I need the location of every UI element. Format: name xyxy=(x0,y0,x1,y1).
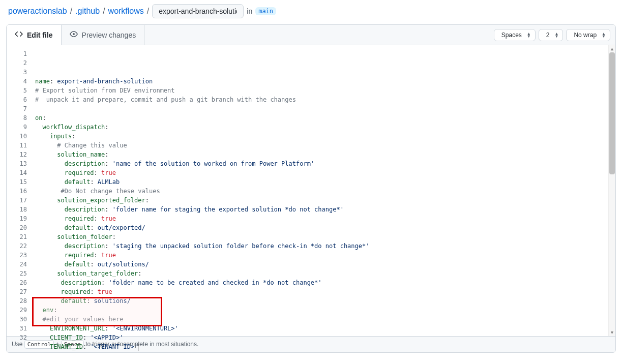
wrap-mode-value: No wrap xyxy=(574,32,597,39)
code-line[interactable] xyxy=(35,104,615,113)
code-line[interactable]: default: out/solutions/ xyxy=(35,260,615,269)
code-line[interactable]: inputs: xyxy=(35,132,615,141)
code-line[interactable]: required: true xyxy=(35,214,615,223)
code-line[interactable]: CLIENT_ID: '<APPID>' xyxy=(35,333,615,342)
tab-preview-changes[interactable]: Preview changes xyxy=(62,25,145,45)
line-number: 1 xyxy=(7,49,27,58)
breadcrumb-separator: / xyxy=(103,7,105,16)
breadcrumb: poweractionslab / .github / workflows / … xyxy=(0,0,622,24)
chevron-updown-icon: ▲▼ xyxy=(554,33,558,38)
code-line[interactable]: solution_exported_folder: xyxy=(35,196,615,205)
line-number: 20 xyxy=(7,223,27,232)
wrap-mode-select[interactable]: No wrap ▲▼ xyxy=(566,29,610,41)
breadcrumb-separator: / xyxy=(70,7,72,16)
code-line[interactable]: description: 'folder name to be created … xyxy=(35,278,615,287)
indent-mode-select[interactable]: Spaces ▲▼ xyxy=(494,29,536,41)
code-icon xyxy=(15,30,23,40)
line-number: 17 xyxy=(7,196,27,205)
tab-preview-label: Preview changes xyxy=(82,31,136,39)
indent-size-select[interactable]: 2 ▲▼ xyxy=(539,29,564,41)
code-line[interactable]: env: xyxy=(35,306,615,315)
code-line[interactable]: required: true xyxy=(35,287,615,296)
breadcrumb-github-link[interactable]: .github xyxy=(75,7,100,16)
line-number: 12 xyxy=(7,150,27,159)
line-numbers-gutter: 1234567891011121314151617181920212223242… xyxy=(7,45,31,336)
line-number: 10 xyxy=(7,132,27,141)
line-number: 11 xyxy=(7,141,27,150)
code-line[interactable]: default: out/exported/ xyxy=(35,223,615,232)
code-line[interactable]: solution_target_folder: xyxy=(35,269,615,278)
indent-size-value: 2 xyxy=(546,32,550,39)
code-line[interactable]: workflow_dispatch: xyxy=(35,123,615,132)
code-line[interactable] xyxy=(35,351,615,353)
code-line[interactable]: # Change this value xyxy=(35,141,615,150)
breadcrumb-separator: / xyxy=(147,7,149,16)
code-line[interactable]: description: 'name of the solution to wo… xyxy=(35,159,615,168)
indent-mode-value: Spaces xyxy=(501,32,522,39)
line-number: 24 xyxy=(7,260,27,269)
line-number: 16 xyxy=(7,187,27,196)
line-number: 28 xyxy=(7,296,27,306)
in-label: in xyxy=(247,7,252,15)
breadcrumb-workflows-link[interactable]: workflows xyxy=(108,7,144,16)
line-number: 30 xyxy=(7,315,27,324)
line-number: 4 xyxy=(7,77,27,86)
code-line[interactable]: required: true xyxy=(35,251,615,260)
line-number: 2 xyxy=(7,58,27,68)
line-number: 22 xyxy=(7,241,27,251)
code-line[interactable]: default: ALMLab xyxy=(35,177,615,187)
code-line[interactable]: required: true xyxy=(35,168,615,177)
line-number: 3 xyxy=(7,68,27,77)
line-number: 5 xyxy=(7,86,27,95)
code-editor[interactable]: 1234567891011121314151617181920212223242… xyxy=(7,45,615,336)
line-number: 26 xyxy=(7,278,27,287)
code-line[interactable]: # unpack it and prepare, commit and push… xyxy=(35,95,615,104)
tab-bar: Edit file Preview changes Spaces ▲▼ 2 ▲▼… xyxy=(7,25,615,45)
text-cursor xyxy=(138,344,138,351)
line-number: 29 xyxy=(7,306,27,315)
code-line[interactable]: #Do Not change these values xyxy=(35,187,615,196)
editor-toolbar: Spaces ▲▼ 2 ▲▼ No wrap ▲▼ xyxy=(494,29,615,41)
line-number: 25 xyxy=(7,269,27,278)
tab-edit-file[interactable]: Edit file xyxy=(7,25,62,45)
branch-badge[interactable]: main xyxy=(255,7,276,15)
code-line[interactable]: # Export solution from DEV environment xyxy=(35,86,615,95)
tab-edit-label: Edit file xyxy=(27,31,53,39)
code-line[interactable]: default: solutions/ xyxy=(35,296,615,306)
code-line[interactable]: name: export-and-branch-solution xyxy=(35,77,615,86)
line-number: 31 xyxy=(7,324,27,333)
scrollbar-vertical[interactable]: ▲ ▼ xyxy=(608,45,615,336)
filename-input[interactable] xyxy=(152,4,244,18)
line-number: 32 xyxy=(7,333,27,342)
line-number: 18 xyxy=(7,205,27,214)
line-number: 14 xyxy=(7,168,27,177)
line-number: 13 xyxy=(7,159,27,168)
chevron-updown-icon: ▲▼ xyxy=(602,33,606,38)
code-body[interactable]: name: export-and-branch-solution# Export… xyxy=(31,45,615,336)
scroll-up-arrow-icon[interactable]: ▲ xyxy=(609,45,615,52)
code-line[interactable]: on: xyxy=(35,113,615,123)
line-number: 19 xyxy=(7,214,27,223)
code-line[interactable]: solution_folder: xyxy=(35,232,615,241)
eye-icon xyxy=(70,30,78,40)
code-line[interactable]: description: 'folder name for staging th… xyxy=(35,205,615,214)
code-line[interactable]: TENANT_ID: '<TENANT ID>' xyxy=(35,342,615,351)
line-number: 7 xyxy=(7,104,27,113)
breadcrumb-repo-link[interactable]: poweractionslab xyxy=(8,7,67,16)
line-number: 8 xyxy=(7,113,27,123)
code-line[interactable]: solution_name: xyxy=(35,150,615,159)
line-number: 6 xyxy=(7,95,27,104)
scrollbar-thumb[interactable] xyxy=(609,52,615,174)
code-line[interactable]: #edit your values here xyxy=(35,315,615,324)
code-line[interactable]: ENVIRONMENT_URL: '<ENVIRONMENTURL>' xyxy=(35,324,615,333)
line-number: 15 xyxy=(7,177,27,187)
editor-container: Edit file Preview changes Spaces ▲▼ 2 ▲▼… xyxy=(6,24,616,353)
line-number: 23 xyxy=(7,251,27,260)
chevron-updown-icon: ▲▼ xyxy=(527,33,531,38)
line-number: 9 xyxy=(7,123,27,132)
code-line[interactable]: description: 'staging the unpacked solut… xyxy=(35,241,615,251)
line-number: 21 xyxy=(7,232,27,241)
scroll-down-arrow-icon[interactable]: ▼ xyxy=(609,329,615,336)
line-number: 27 xyxy=(7,287,27,296)
